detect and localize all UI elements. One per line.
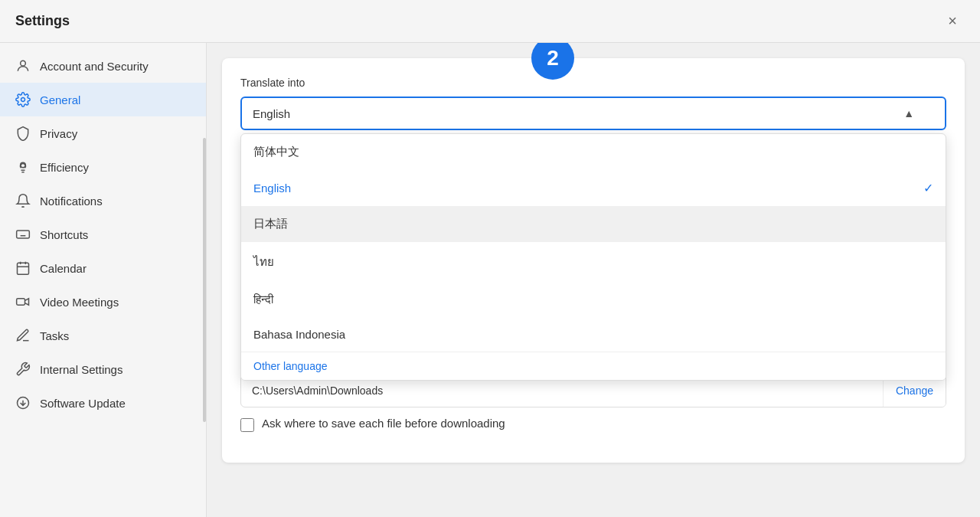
translate-label: Translate into [240, 77, 946, 89]
language-label-th: ไทย [253, 253, 274, 271]
language-option-hi[interactable]: हिन्दी [241, 282, 946, 317]
close-button[interactable]: × [940, 9, 965, 34]
ask-save-row: Ask where to save each file before downl… [240, 417, 946, 432]
content-area: Account and Security General Privac [0, 43, 980, 517]
language-option-zh[interactable]: 简体中文 [241, 134, 946, 170]
sidebar-item-tasks[interactable]: Tasks [0, 319, 206, 352]
language-option-id[interactable]: Bahasa Indonesia [241, 317, 946, 352]
sidebar-label-notifications: Notifications [40, 195, 103, 208]
ask-save-checkbox[interactable] [240, 418, 254, 432]
sidebar-label-tasks: Tasks [40, 329, 69, 342]
language-label-hi: हिन्दी [253, 293, 273, 306]
language-dropdown-trigger[interactable]: English ▲ [240, 97, 946, 130]
other-language-link[interactable]: Other language [241, 352, 946, 380]
sidebar-item-notifications[interactable]: Notifications [0, 184, 206, 218]
language-label-en: English [253, 182, 291, 195]
sidebar-label-account-security: Account and Security [40, 60, 149, 73]
downloads-path-display: C:\Users\Admin\Downloads [241, 384, 883, 397]
window-title: Settings [15, 13, 70, 29]
sidebar-label-internal-settings: Internal Settings [40, 363, 122, 376]
sidebar-label-efficiency: Efficiency [40, 161, 89, 174]
svg-rect-5 [17, 299, 25, 305]
language-dropdown-list: 简体中文 English ✓ 日本語 ไทย [240, 133, 946, 381]
svg-point-0 [21, 61, 26, 66]
wrench-icon [15, 362, 31, 377]
badge-2: 2 [531, 43, 574, 80]
sidebar-item-privacy[interactable]: Privacy [0, 116, 206, 150]
sidebar-item-account-security[interactable]: Account and Security [0, 49, 206, 83]
sidebar-item-efficiency[interactable]: Efficiency [0, 150, 206, 184]
sidebar-scrollbar[interactable] [203, 138, 206, 422]
person-icon [15, 58, 31, 74]
check-mark-icon: ✓ [923, 181, 933, 195]
language-option-th[interactable]: ไทย [241, 242, 946, 282]
svg-rect-4 [18, 263, 29, 274]
sidebar-item-general[interactable]: General [0, 83, 206, 116]
main-content: 1 2 Translate into English ▲ 简体中文 [207, 43, 980, 517]
sidebar-item-video-meetings[interactable]: Video Meetings [0, 285, 206, 319]
lightbulb-icon [15, 159, 31, 175]
sidebar-item-software-update[interactable]: Software Update [0, 386, 206, 420]
shield-icon [15, 126, 31, 141]
settings-window: Settings × Account and Security [0, 0, 980, 517]
sidebar-label-software-update: Software Update [40, 397, 126, 410]
language-dropdown-container: English ▲ 简体中文 English ✓ 日本語 [240, 97, 946, 130]
sidebar: Account and Security General Privac [0, 43, 207, 517]
svg-rect-3 [17, 231, 30, 238]
sidebar-label-video-meetings: Video Meetings [40, 296, 119, 309]
chevron-up-icon: ▲ [903, 107, 914, 119]
svg-point-1 [21, 98, 25, 102]
sidebar-item-internal-settings[interactable]: Internal Settings [0, 352, 206, 386]
selected-language-display: English [253, 107, 290, 120]
language-label-ja: 日本語 [253, 217, 288, 231]
title-bar: Settings × [0, 0, 980, 43]
pen-icon [15, 328, 31, 343]
ask-save-label[interactable]: Ask where to save each file before downl… [262, 417, 505, 430]
language-label-zh: 简体中文 [253, 145, 299, 159]
language-option-en[interactable]: English ✓ [241, 170, 946, 206]
download-circle-icon [15, 395, 31, 411]
keyboard-icon [15, 227, 31, 242]
calendar-icon [15, 260, 31, 276]
video-icon [15, 294, 31, 309]
gear-icon [15, 92, 31, 107]
sidebar-label-privacy: Privacy [40, 127, 77, 140]
sidebar-label-calendar: Calendar [40, 262, 87, 275]
sidebar-label-shortcuts: Shortcuts [40, 228, 88, 241]
sidebar-label-general: General [40, 93, 80, 106]
language-option-ja[interactable]: 日本語 [241, 206, 946, 242]
settings-panel: 2 Translate into English ▲ 简体中文 En [222, 58, 965, 463]
language-label-id: Bahasa Indonesia [253, 328, 345, 341]
sidebar-item-shortcuts[interactable]: Shortcuts [0, 218, 206, 251]
sidebar-item-calendar[interactable]: Calendar [0, 251, 206, 285]
bell-icon [15, 193, 31, 208]
